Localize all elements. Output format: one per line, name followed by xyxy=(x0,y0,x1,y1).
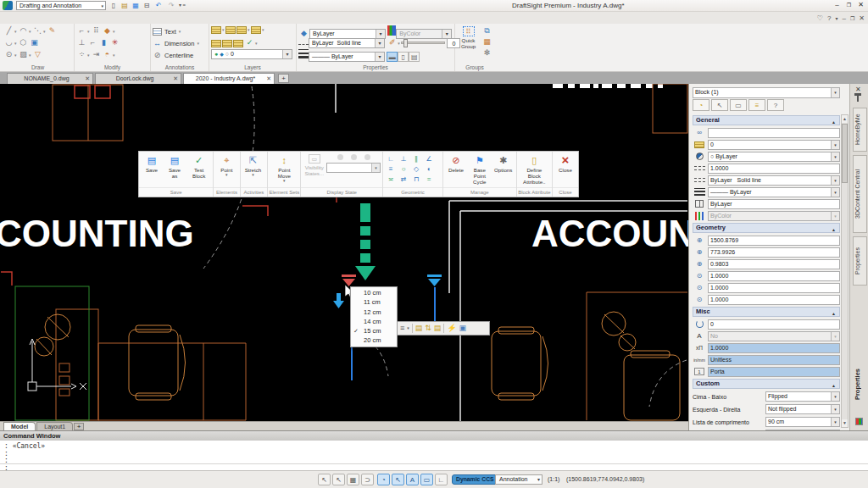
panel-scrollbar[interactable]: ▲▼ xyxy=(841,114,849,428)
window-minimize-button[interactable]: – xyxy=(832,1,843,10)
drawing-canvas[interactable]: COUNTING ACCOUNT ▤Save ▤Save as ✓Test Bl… xyxy=(0,84,688,421)
save-block-button[interactable]: ▤Save xyxy=(141,153,163,186)
doc-tab-industry-a[interactable]: 2020 - Industry A.dwg*✕ xyxy=(183,73,275,84)
undo-icon[interactable]: ↶ xyxy=(153,1,164,10)
close-tab-icon[interactable]: ✕ xyxy=(85,74,90,84)
unit-factor-field[interactable]: 1.0000 xyxy=(708,343,840,353)
base-point-cycle-button[interactable]: ⚑Base Point Cycle xyxy=(468,153,492,186)
dynamic-ccs-button[interactable]: Dynamic CCS xyxy=(452,474,498,485)
entity-track-icon[interactable]: ▭ xyxy=(420,474,433,485)
entity-grips-icon[interactable]: ↖ xyxy=(318,474,331,485)
close-tab-icon[interactable]: ✕ xyxy=(266,74,271,84)
workspace-dropdown[interactable]: Drafting and Annotation▾ xyxy=(16,1,106,10)
open-file-icon[interactable]: ▤ xyxy=(120,1,130,10)
units-field[interactable]: Unitless xyxy=(708,355,840,365)
quick-access-more-icon[interactable]: ▾ = xyxy=(177,1,187,10)
transparency-slider[interactable] xyxy=(401,42,445,44)
new-document-tab-button[interactable]: + xyxy=(278,74,289,83)
layer-tool-icon[interactable] xyxy=(222,40,232,47)
show-lineweight-toggle[interactable]: ▬ xyxy=(387,52,398,62)
block-name-field[interactable]: Porta xyxy=(708,367,840,377)
snap-icon[interactable]: ⊃ xyxy=(361,474,374,485)
grid-icon[interactable]: ▦ xyxy=(347,474,359,485)
layout1-tab[interactable]: Layout1 xyxy=(36,422,73,430)
print-icon[interactable]: ⊟ xyxy=(142,1,152,10)
position-z-field[interactable]: 0.9803 xyxy=(708,259,840,269)
layer-tool-icon[interactable] xyxy=(211,40,221,47)
layer-tool-icon[interactable] xyxy=(225,26,236,34)
select-settings-icon[interactable]: ◔ xyxy=(693,99,709,111)
layer-dropdown[interactable]: ● ◆ ○ 0 xyxy=(211,49,292,59)
dimension-tool[interactable]: ↔Dimension▾ xyxy=(153,37,207,49)
doc-tab-noname[interactable]: NONAME_0.dwg✕ xyxy=(7,73,93,84)
window-maximize-button[interactable]: ❐ xyxy=(843,1,854,10)
line-color-dropdown[interactable]: ○ ByLayer xyxy=(708,152,840,162)
close-tab-icon[interactable]: ✕ xyxy=(173,74,178,84)
favorite-icon[interactable]: ♡ xyxy=(817,14,823,22)
menu-item-15cm[interactable]: ✓15 cm xyxy=(351,326,397,336)
window-close-button[interactable]: ✕ xyxy=(855,1,866,10)
panel-help-button[interactable]: ? xyxy=(767,99,784,111)
properties-palette-label[interactable]: Properties xyxy=(854,369,861,400)
section-misc[interactable]: Misc xyxy=(693,307,840,317)
tab-properties[interactable]: Properties xyxy=(853,236,867,286)
doc-tab-doorlock[interactable]: DoorLock.dwg✕ xyxy=(95,73,181,84)
menu-item-20cm[interactable]: 20 cm xyxy=(351,336,397,345)
section-general[interactable]: General xyxy=(693,115,840,125)
position-x-field[interactable]: 1500.8769 xyxy=(708,236,840,246)
layer-icon[interactable]: ▤ xyxy=(415,322,423,335)
linestyle-dropdown[interactable]: ByLayer Solid line xyxy=(309,38,385,48)
define-block-attribute-button[interactable]: ▯Define Block Attribute.. xyxy=(519,153,550,186)
command-window-title[interactable]: Command Window xyxy=(0,431,868,441)
geometric-constraints-grid[interactable]: ∟⊥∥∠ ≡○◇◐ ≍⇄⊓= xyxy=(385,153,435,186)
ribbon-chevron-icon[interactable]: ▾ xyxy=(835,15,837,21)
layer-preview-icon[interactable]: ▤ xyxy=(434,322,442,335)
new-layout-button[interactable]: + xyxy=(74,423,84,430)
scale-z-field[interactable]: 1.0000 xyxy=(708,295,840,305)
doc-minimize-icon[interactable]: – xyxy=(842,14,845,22)
menu-item-14cm[interactable]: 14 cm xyxy=(351,317,397,326)
print-style-field[interactable]: ByLayer xyxy=(708,199,840,209)
dropdown-arrow-icon[interactable]: ▾ xyxy=(407,322,409,335)
section-custom[interactable]: Custom xyxy=(693,379,840,389)
scale-y-field[interactable]: 1.0000 xyxy=(708,283,840,293)
hamburger-menu-icon[interactable]: ≡ xyxy=(400,322,404,335)
quick-group-button[interactable]: ⠿Quick Group xyxy=(457,25,480,61)
doc-close-icon[interactable]: ✕ xyxy=(859,14,865,22)
polar-tracking-icon[interactable]: ↖ xyxy=(392,474,404,485)
custom-esquerda-direita-dropdown[interactable]: Not flipped xyxy=(765,404,840,414)
select-window-icon[interactable]: ▭ xyxy=(730,99,747,111)
menu-item-12cm[interactable]: 12 cm xyxy=(351,308,397,317)
scale-x-field[interactable]: 1.0000 xyxy=(708,271,840,281)
text-tool[interactable]: Text▾ xyxy=(153,25,207,37)
layer-tool-icon[interactable] xyxy=(211,26,221,34)
image-icon[interactable]: ▣ xyxy=(459,322,467,335)
palette-pin-icon[interactable] xyxy=(857,96,859,102)
save-block-as-button[interactable]: ▤Save as xyxy=(164,153,186,186)
display-state-combobox[interactable] xyxy=(326,163,381,173)
delete-button[interactable]: ⊘Delete xyxy=(445,153,467,186)
group-options-icon[interactable]: ✻ xyxy=(481,47,492,58)
help-icon[interactable]: ? xyxy=(827,14,831,22)
ccs-square-icon[interactable]: ∟ xyxy=(435,474,448,485)
close-block-editor-button[interactable]: ×Close xyxy=(554,153,576,186)
point-move-button[interactable]: ↕Point Move▾ xyxy=(270,153,298,186)
palette-close-icon[interactable]: ✕ xyxy=(855,86,861,93)
centerline-tool[interactable]: ⊘Centerline xyxy=(153,49,207,61)
entity-snap-icon[interactable]: A xyxy=(406,474,419,485)
menu-item-10cm[interactable]: 10 cm xyxy=(351,288,397,297)
hyperlink-field[interactable] xyxy=(708,128,840,138)
ortho-icon[interactable]: ◔ xyxy=(377,474,390,485)
match-layer-icon[interactable]: ⇅ xyxy=(425,322,431,335)
edit-group-icon[interactable]: ▦ xyxy=(481,36,492,47)
linestyle-dropdown[interactable]: ByLayer Solid line xyxy=(708,175,840,186)
tab-homebyme[interactable]: HomeByMe xyxy=(853,108,867,152)
rotation-field[interactable]: 0 xyxy=(708,319,840,330)
entity-selector-dropdown[interactable]: Block (1) xyxy=(693,87,840,98)
ungroup-icon[interactable]: ⧉ xyxy=(481,25,492,36)
redo-icon[interactable]: ↷ xyxy=(166,1,176,10)
layer-dropdown[interactable]: 0 xyxy=(708,140,840,150)
new-file-icon[interactable]: ▯ xyxy=(108,1,119,10)
layer-tool-icon[interactable] xyxy=(251,26,261,34)
layer-check-icon[interactable]: ✓ xyxy=(244,37,255,47)
